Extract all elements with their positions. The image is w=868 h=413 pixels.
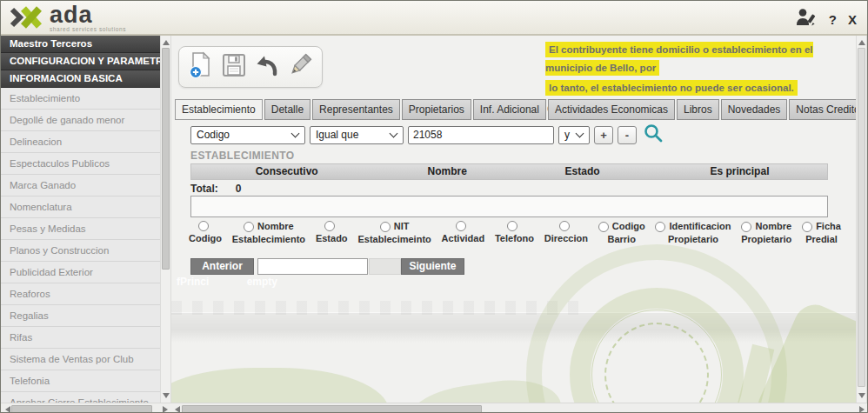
radio-icon[interactable] (598, 222, 609, 232)
radio-icon[interactable] (741, 222, 751, 232)
sidebar-horizontal-scrollbar[interactable] (1, 403, 170, 413)
sidebar-item-regalias[interactable]: Regalias (1, 305, 160, 327)
sidebar-item-marca-ganado[interactable]: Marca Ganado (1, 175, 160, 197)
sidebar-section-informacion-basica[interactable]: INFORMACION BASICA (1, 70, 160, 88)
sidebar-item-planos-y-construccion[interactable]: Planos y Construccion (1, 240, 160, 262)
brand-name: ada (50, 3, 126, 26)
radio-icon[interactable] (456, 221, 466, 231)
column-header-es-principal[interactable]: Es principal (652, 164, 827, 179)
search-by-identificacion-propietario[interactable]: Identificacion Propietario (655, 220, 731, 246)
radio-icon[interactable] (655, 222, 665, 232)
tab-libros[interactable]: Libros (677, 99, 719, 120)
user-edit-icon[interactable] (795, 7, 818, 31)
brand-tagline: shared services solutions (50, 26, 126, 32)
filter-value-input[interactable] (408, 126, 554, 144)
new-record-button[interactable] (185, 51, 217, 83)
results-empty-area (190, 196, 828, 217)
column-header-consecutivo[interactable]: Consecutivo (191, 164, 382, 179)
main-horizontal-scrollbar[interactable] (170, 403, 868, 413)
option-label: Establecimiento (232, 233, 305, 246)
add-filter-button[interactable]: + (594, 126, 613, 144)
sidebar-item-nomenclatura[interactable]: Nomenclatura (1, 197, 160, 218)
main-hscrollbar-thumb[interactable] (182, 405, 482, 413)
scroll-down-icon[interactable] (858, 393, 865, 400)
main-vertical-scrollbar[interactable] (856, 36, 867, 403)
tab-propietarios[interactable]: Propietarios (402, 99, 471, 120)
sidebar-item-delineacion[interactable]: Delineacion (1, 131, 160, 153)
scroll-left-icon[interactable] (173, 406, 180, 413)
save-button[interactable] (218, 51, 250, 83)
filter-operator-select[interactable]: Igual que (310, 126, 404, 144)
sidebar-vertical-scrollbar[interactable] (160, 36, 171, 403)
chevron-down-icon (390, 130, 398, 138)
sidebar-item-telefonia[interactable]: Telefonia (1, 370, 160, 392)
sidebar-item-sistema-de-ventas-por-club[interactable]: Sistema de Ventas por Club (1, 349, 160, 370)
sidebar-item-rifas[interactable]: Rifas (1, 327, 160, 349)
scroll-down-icon[interactable] (163, 393, 170, 400)
radio-icon[interactable] (244, 222, 254, 232)
edit-button[interactable] (284, 51, 316, 83)
search-by-options: Codigo Nombre Establecimiento Estado NIT… (189, 220, 841, 246)
scroll-up-icon[interactable] (163, 38, 170, 45)
scroll-right-icon[interactable] (163, 406, 170, 413)
scroll-left-icon[interactable] (3, 406, 10, 413)
search-by-telefono[interactable]: Telefono (495, 220, 534, 245)
option-label: Actividad (442, 232, 485, 245)
tab-representantes[interactable]: Representantes (312, 99, 400, 120)
tab-novedades[interactable]: Novedades (721, 99, 788, 120)
search-by-codigo[interactable]: Codigo (189, 220, 222, 245)
tab-notas-credito-y-debito[interactable]: Notas Credito y Debito (789, 99, 858, 120)
search-button[interactable] (643, 123, 664, 147)
remove-filter-button[interactable]: - (618, 126, 637, 144)
tab-actividades-economicas[interactable]: Actividades Economicas (548, 99, 675, 120)
search-by-estado[interactable]: Estado (316, 220, 348, 245)
background-leaf-decoration (171, 368, 389, 403)
sidebar-item-publicidad-exterior[interactable]: Publicidad Exterior (1, 262, 160, 283)
tab-detalle[interactable]: Detalle (264, 99, 310, 120)
watermark-right: empty (247, 276, 277, 288)
sidebar-hscrollbar-thumb[interactable] (11, 405, 152, 413)
next-page-button[interactable]: Siguiente (401, 258, 464, 275)
search-by-codigo-barrio[interactable]: Codigo Barrio (598, 220, 645, 246)
radio-icon[interactable] (324, 221, 335, 231)
column-header-estado[interactable]: Estado (512, 164, 652, 179)
option-label: Nombre (257, 220, 294, 233)
search-by-direccion[interactable]: Direccion (544, 220, 588, 245)
radio-icon[interactable] (198, 221, 209, 231)
sidebar-item-establecimiento[interactable]: Establecimiento (1, 88, 160, 110)
search-by-nombre-propietario[interactable]: Nombre Propietario (741, 220, 791, 246)
sidebar-item-degolle-de-ganado-menor[interactable]: Degollé de ganado menor (1, 110, 160, 131)
page-number-input[interactable] (257, 258, 368, 275)
filter-conjunction-select[interactable]: y (558, 126, 590, 144)
filter-field-select[interactable]: Codigo (190, 126, 305, 144)
search-by-nombre-establecimiento[interactable]: Nombre Establecimiento (232, 220, 305, 246)
highlighted-message-line1: El contribuyente tiene domicilio o estab… (545, 42, 813, 76)
previous-page-button[interactable]: Anterior (190, 258, 254, 275)
sidebar-item-pesas-y-medidas[interactable]: Pesas y Medidas (1, 218, 160, 240)
radio-icon[interactable] (559, 221, 570, 231)
sidebar-section-configuracion-y-parametros[interactable]: CONFIGURACION Y PARAMETROS (1, 53, 160, 70)
main-scrollbar-thumb[interactable] (858, 48, 865, 387)
column-header-nombre[interactable]: Nombre (382, 164, 512, 179)
search-by-actividad[interactable]: Actividad (442, 220, 485, 245)
search-by-nit-establecimiento[interactable]: NIT Establecimeinto (357, 220, 431, 246)
sidebar-item-reaforos[interactable]: Reaforos (1, 283, 160, 305)
sidebar-item-aprobar-cierre-establecimiento[interactable]: Aprobar Cierre Establecimiento (1, 392, 160, 403)
sidebar-scrollbar-thumb[interactable] (162, 48, 170, 270)
scroll-right-icon[interactable] (859, 406, 866, 413)
radio-icon[interactable] (802, 222, 812, 232)
tab-establecimiento[interactable]: Establecimiento (175, 99, 263, 120)
edit-pencil-icon (287, 52, 313, 82)
help-button[interactable]: ? (829, 12, 837, 27)
search-by-ficha-predial[interactable]: Ficha Predial (802, 220, 841, 246)
undo-button[interactable] (251, 51, 283, 83)
option-label: Propietario (741, 233, 791, 246)
option-label: Propietario (668, 233, 718, 246)
sidebar-section-maestro-terceros[interactable]: Maestro Terceros (1, 36, 160, 53)
radio-icon[interactable] (507, 221, 517, 231)
close-button[interactable]: X (848, 12, 857, 27)
tab-inf-adicional[interactable]: Inf. Adicional (473, 99, 546, 120)
scroll-up-icon[interactable] (858, 38, 865, 45)
sidebar-item-espectaculos-publicos[interactable]: Espectaculos Publicos (1, 153, 160, 175)
radio-icon[interactable] (380, 222, 391, 232)
